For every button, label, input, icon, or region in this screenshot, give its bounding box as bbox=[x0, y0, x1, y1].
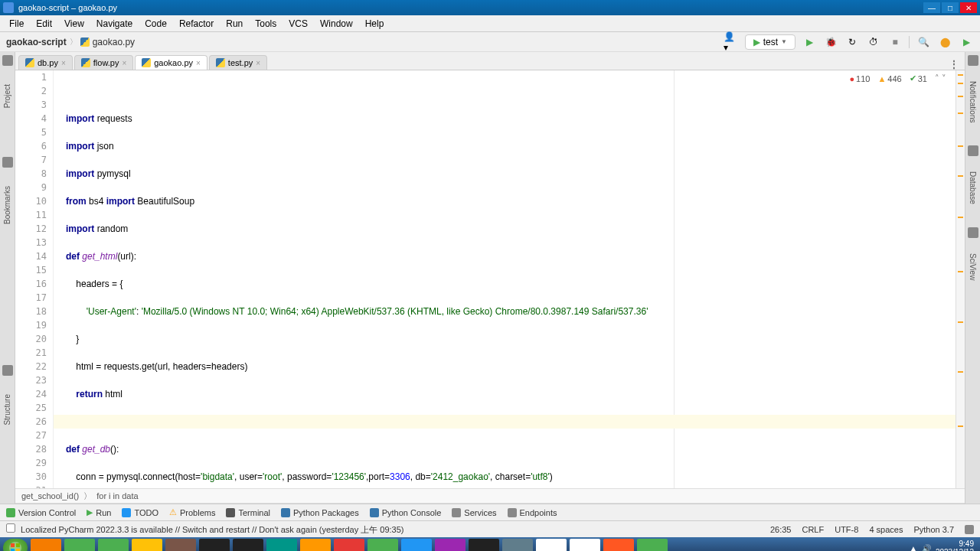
taskbar-item[interactable] bbox=[31, 539, 61, 551]
menu-edit[interactable]: Edit bbox=[30, 17, 58, 31]
menu-run[interactable]: Run bbox=[220, 17, 249, 31]
minimize-button[interactable]: — bbox=[923, 2, 940, 13]
code-with-me-icon[interactable]: ▶ bbox=[959, 34, 974, 50]
terminal-button[interactable]: Terminal bbox=[226, 508, 270, 517]
indent-setting[interactable]: 4 spaces bbox=[869, 525, 903, 534]
taskbar-item[interactable] bbox=[368, 539, 398, 551]
taskbar-item[interactable] bbox=[637, 539, 668, 551]
line-separator[interactable]: CRLF bbox=[802, 525, 824, 534]
python-console-label: Python Console bbox=[382, 508, 442, 517]
taskbar-item[interactable] bbox=[300, 539, 331, 551]
python-console-button[interactable]: Python Console bbox=[370, 508, 442, 517]
menu-file[interactable]: File bbox=[3, 17, 30, 31]
menu-help[interactable]: Help bbox=[359, 17, 390, 31]
code-area[interactable]: import requests import json import pymys… bbox=[54, 70, 956, 488]
taskbar-item[interactable] bbox=[469, 539, 499, 551]
close-button[interactable]: ✕ bbox=[960, 2, 977, 13]
navigation-toolbar: gaokao-script 〉 gaokao.py 👤▾ ▶ test ▼ ▶ … bbox=[0, 32, 980, 52]
breadcrumb-file[interactable]: gaokao.py bbox=[93, 37, 135, 47]
version-control-button[interactable]: Version Control bbox=[6, 508, 76, 517]
taskbar-item[interactable] bbox=[199, 539, 230, 551]
structure-tool-tab[interactable]: Structure bbox=[2, 391, 13, 429]
status-message[interactable]: Localized PyCharm 2022.3.3 is available … bbox=[21, 525, 403, 534]
taskbar-item[interactable] bbox=[132, 539, 162, 551]
lock-icon[interactable] bbox=[965, 525, 974, 534]
file-tab-gaokao[interactable]: gaokao.py× bbox=[135, 55, 207, 70]
inspection-widget[interactable]: ●110 ▲446 ✔31 ˄ ˅ bbox=[849, 73, 946, 83]
menu-refactor[interactable]: Refactor bbox=[173, 17, 220, 31]
maximize-button[interactable]: □ bbox=[942, 2, 959, 13]
file-encoding[interactable]: UTF-8 bbox=[835, 525, 858, 534]
python-packages-button[interactable]: Python Packages bbox=[281, 508, 359, 517]
project-tool-icon[interactable] bbox=[2, 55, 13, 66]
profile-button[interactable]: ⏱ bbox=[866, 34, 881, 50]
taskbar-item[interactable] bbox=[536, 539, 567, 551]
taskbar-item[interactable] bbox=[64, 539, 95, 551]
debug-button[interactable]: 🐞 bbox=[823, 34, 838, 50]
endpoints-button[interactable]: Endpoints bbox=[508, 508, 557, 517]
sciview-tab[interactable]: SciView bbox=[967, 250, 978, 283]
user-icon[interactable]: 👤▾ bbox=[724, 34, 739, 50]
start-button[interactable] bbox=[3, 539, 28, 551]
close-tab-icon[interactable]: × bbox=[196, 59, 201, 67]
expand-inspection-icon[interactable]: ˄ ˅ bbox=[935, 73, 946, 83]
database-icon[interactable] bbox=[968, 145, 978, 156]
taskbar-item[interactable] bbox=[165, 539, 196, 551]
menu-tools[interactable]: Tools bbox=[249, 17, 283, 31]
taskbar-item[interactable] bbox=[435, 539, 466, 551]
tray-icon[interactable]: 🔊 bbox=[922, 544, 931, 552]
bookmarks-tool-icon[interactable] bbox=[2, 157, 13, 168]
taskbar-item[interactable] bbox=[401, 539, 432, 551]
error-stripe[interactable] bbox=[956, 70, 965, 488]
status-icon[interactable] bbox=[6, 523, 15, 533]
breadcrumb-function[interactable]: get_school_id() bbox=[21, 491, 79, 500]
file-tab-label: gaokao.py bbox=[154, 58, 193, 67]
menu-view[interactable]: View bbox=[58, 17, 90, 31]
breadcrumb-separator-icon: 〉 bbox=[83, 491, 92, 502]
taskbar-item[interactable] bbox=[502, 539, 533, 551]
close-tab-icon[interactable]: × bbox=[61, 59, 66, 67]
menu-navigate[interactable]: Navigate bbox=[90, 17, 139, 31]
problems-button[interactable]: ⚠Problems bbox=[169, 507, 215, 517]
taskbar-item[interactable] bbox=[570, 539, 600, 551]
taskbar-item[interactable] bbox=[233, 539, 263, 551]
svg-rect-2 bbox=[16, 543, 20, 547]
editor-body[interactable]: ●110 ▲446 ✔31 ˄ ˅ 1234567891011121314151… bbox=[15, 70, 965, 488]
taskbar-item[interactable] bbox=[98, 539, 129, 551]
tray-icon[interactable]: ▲ bbox=[910, 544, 917, 552]
breadcrumb-loop[interactable]: for i in data bbox=[96, 491, 138, 500]
bookmarks-tool-tab[interactable]: Bookmarks bbox=[2, 183, 13, 227]
run-with-coverage-button[interactable]: ↻ bbox=[844, 34, 860, 50]
system-tray[interactable]: ▲ 🔊 9:49 2023/12/12 bbox=[910, 540, 977, 551]
python-interpreter[interactable]: Python 3.7 bbox=[913, 525, 954, 534]
taskbar-item[interactable] bbox=[334, 539, 364, 551]
vcs-icon bbox=[6, 508, 15, 517]
run-configuration-selector[interactable]: ▶ test ▼ bbox=[745, 34, 795, 50]
menu-vcs[interactable]: VCS bbox=[283, 17, 314, 31]
notifications-tab[interactable]: Notifications bbox=[967, 78, 978, 126]
tab-options-icon[interactable]: ⋮ bbox=[949, 59, 959, 70]
project-tool-tab[interactable]: Project bbox=[2, 81, 13, 111]
close-tab-icon[interactable]: × bbox=[122, 59, 126, 67]
file-tab-flow[interactable]: flow.py× bbox=[74, 55, 133, 70]
stop-button[interactable]: ■ bbox=[887, 34, 903, 50]
close-tab-icon[interactable]: × bbox=[256, 59, 260, 67]
services-button[interactable]: Services bbox=[452, 508, 496, 517]
breadcrumb-project[interactable]: gaokao-script bbox=[6, 37, 67, 47]
taskbar-item[interactable] bbox=[603, 539, 634, 551]
taskbar-item[interactable] bbox=[266, 539, 297, 551]
search-button[interactable]: 🔍 bbox=[916, 34, 931, 50]
tips-icon[interactable]: ⬤ bbox=[937, 34, 952, 50]
todo-button[interactable]: TODO bbox=[122, 508, 158, 517]
run-button[interactable]: ▶ bbox=[802, 34, 817, 50]
file-tab-test[interactable]: test.py× bbox=[209, 55, 267, 70]
menu-code[interactable]: Code bbox=[139, 17, 173, 31]
menu-window[interactable]: Window bbox=[314, 17, 359, 31]
cursor-position[interactable]: 26:35 bbox=[770, 525, 792, 534]
file-tab-db[interactable]: db.py× bbox=[18, 55, 73, 70]
structure-tool-icon[interactable] bbox=[2, 365, 13, 376]
sciview-icon[interactable] bbox=[968, 227, 978, 238]
run-tool-button[interactable]: ▶Run bbox=[87, 507, 111, 517]
notifications-icon[interactable] bbox=[968, 55, 978, 66]
database-tab[interactable]: Database bbox=[967, 168, 978, 207]
